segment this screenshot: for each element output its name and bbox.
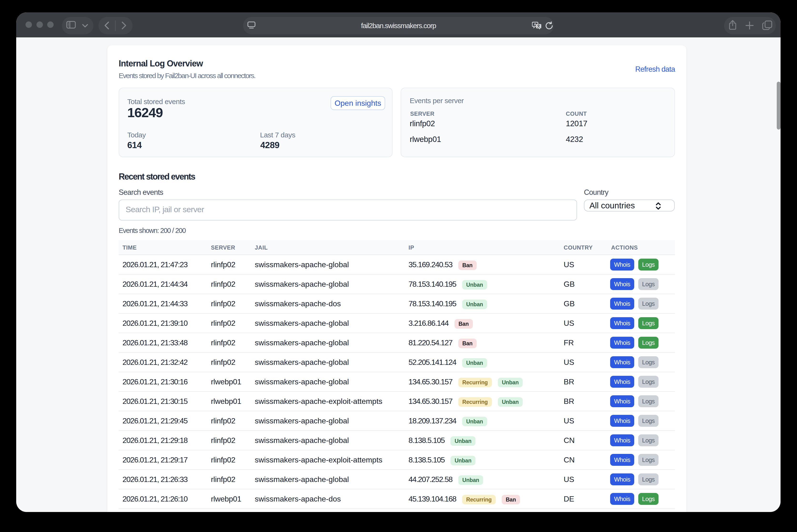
svg-text:A: A	[534, 22, 537, 26]
svg-text:文: 文	[537, 24, 540, 28]
